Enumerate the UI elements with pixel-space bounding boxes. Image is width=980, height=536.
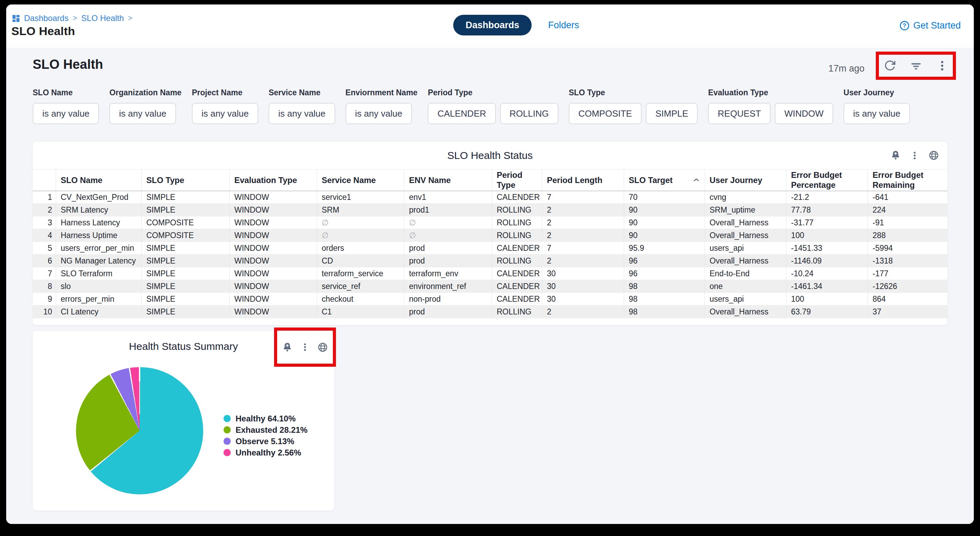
cell-slo-type: SIMPLE — [141, 204, 229, 216]
filter-chip-is-any-value[interactable]: is any value — [843, 103, 910, 124]
row-number: 2 — [33, 204, 56, 216]
row-number: 4 — [33, 229, 56, 242]
cell-eb-percentage: -31.77 — [786, 216, 867, 229]
get-started-link[interactable]: ? Get Started — [899, 20, 961, 31]
column-header-env-name[interactable]: ENV Name — [404, 170, 492, 191]
table-card-icons — [890, 150, 939, 161]
filter-label: Period Type — [428, 88, 558, 97]
cell-service-name: SRM — [317, 204, 404, 216]
cell-slo-type: SIMPLE — [141, 191, 229, 204]
breadcrumb-slo-health-link[interactable]: SLO Health — [81, 13, 124, 23]
filter-label: Evaluation Type — [708, 88, 833, 97]
cell-slo-type: SIMPLE — [141, 306, 229, 318]
filter-button[interactable] — [910, 59, 922, 72]
cell-slo-type: SIMPLE — [141, 280, 229, 293]
cell-slo-name: SLO Terraform — [56, 267, 141, 280]
row-number: 6 — [33, 255, 56, 267]
legend-item-exhausted[interactable]: Exhausted 28.21% — [224, 425, 307, 435]
filter-chip-is-any-value[interactable]: is any value — [33, 103, 99, 124]
tile-actions-button[interactable] — [300, 342, 310, 352]
filter-chip-is-any-value[interactable]: is any value — [192, 103, 258, 124]
column-header-slo-target[interactable]: SLO Target — [624, 170, 705, 191]
cell-period-type: CALENDER — [492, 280, 542, 293]
cell-evaluation-type: WINDOW — [229, 191, 317, 204]
tab-folders[interactable]: Folders — [548, 20, 579, 30]
kebab-menu-icon — [300, 342, 310, 352]
filter-chip-rolling[interactable]: ROLLING — [500, 103, 558, 124]
cell-slo-name: users_error_per_min — [56, 242, 141, 255]
cell-evaluation-type: WINDOW — [229, 216, 317, 229]
filter-chip-is-any-value[interactable]: is any value — [345, 103, 412, 124]
filter-chip-composite[interactable]: COMPOSITE — [569, 103, 642, 124]
column-header-evaluation-type[interactable]: Evaluation Type — [229, 170, 317, 191]
cell-period-type: CALENDER — [492, 242, 542, 255]
last-refresh-label: 17m ago — [828, 63, 864, 74]
cell-service-name: orders — [317, 242, 404, 255]
explore-globe-button[interactable] — [928, 150, 939, 161]
filter-chip-calender[interactable]: CALENDER — [428, 103, 496, 124]
filter-user-journey: User Journeyis any value — [843, 88, 910, 124]
globe-icon — [317, 342, 328, 353]
cell-slo-target: 98 — [624, 306, 705, 318]
column-header-period-type[interactable]: Period Type — [492, 170, 542, 191]
alerts-button[interactable] — [282, 342, 293, 353]
cell-slo-target: 90 — [624, 216, 705, 229]
cell-eb-remaining: 37 — [867, 306, 947, 318]
kebab-menu-icon — [910, 151, 920, 160]
column-header-service-name[interactable]: Service Name — [317, 170, 404, 191]
pie-chart — [76, 367, 203, 495]
cell-env-name: environment_ref — [404, 280, 492, 293]
filter-chip-is-any-value[interactable]: is any value — [269, 103, 335, 124]
column-header-user-journey[interactable]: User Journey — [705, 170, 786, 191]
filter-icon — [910, 59, 922, 72]
filter-chip-simple[interactable]: SIMPLE — [646, 103, 698, 124]
alerts-button[interactable] — [890, 150, 901, 161]
cell-period-type: CALENDER — [492, 267, 542, 280]
cell-eb-remaining: -91 — [867, 216, 947, 229]
cell-slo-type: COMPOSITE — [141, 229, 229, 242]
cell-eb-percentage: -10.24 — [786, 267, 867, 280]
cell-user-journey: Overall_Harness — [705, 229, 786, 242]
cell-user-journey: users_api — [705, 242, 786, 255]
explore-globe-button[interactable] — [317, 342, 328, 353]
cell-user-journey: SRM_uptime — [705, 204, 786, 216]
cell-period-type: CALENDER — [492, 293, 542, 306]
cell-env-name: ∅ — [404, 229, 492, 242]
column-header-period-length[interactable]: Period Length — [542, 170, 624, 191]
cell-slo-name: SRM Latency — [56, 204, 141, 216]
cell-user-journey: one — [705, 280, 786, 293]
top-header: Dashboards > SLO Health > SLO Health Das… — [6, 5, 974, 48]
filter-slo-name: SLO Nameis any value — [33, 88, 99, 124]
cell-slo-target: 98 — [624, 280, 705, 293]
legend-item-healthy[interactable]: Healthy 64.10% — [224, 413, 307, 423]
cell-service-name: C1 — [317, 306, 404, 318]
column-header-slo-name[interactable]: SLO Name — [56, 170, 141, 191]
column-header-error-budget-remaining[interactable]: Error Budget Remaining — [867, 170, 947, 191]
app-window: Dashboards > SLO Health > SLO Health Das… — [6, 5, 974, 524]
filter-chip-window[interactable]: WINDOW — [775, 103, 833, 124]
filter-chip-is-any-value[interactable]: is any value — [109, 103, 176, 124]
get-started-label: Get Started — [913, 20, 961, 31]
cell-period-type: CALENDER — [492, 191, 542, 204]
tab-dashboards[interactable]: Dashboards — [453, 15, 531, 35]
breadcrumb-dashboards-link[interactable]: Dashboards — [24, 13, 68, 23]
legend-item-observe[interactable]: Observe 5.13% — [224, 436, 307, 446]
legend-item-unhealthy[interactable]: Unhealthy 2.56% — [224, 448, 307, 458]
pie-legend: Healthy 64.10%Exhausted 28.21%Observe 5.… — [224, 413, 307, 458]
kebab-menu-icon — [936, 59, 948, 72]
refresh-button[interactable] — [884, 59, 896, 72]
cell-eb-percentage: -21.2 — [786, 191, 867, 204]
cell-user-journey: Overall_Harness — [705, 306, 786, 318]
column-header-slo-type[interactable]: SLO Type — [141, 170, 229, 191]
column-header-error-budget-percentage[interactable]: Error Budget Percentage — [786, 170, 867, 191]
filter-chip-request[interactable]: REQUEST — [708, 103, 771, 124]
tile-actions-button[interactable] — [910, 151, 920, 160]
breadcrumb-separator: > — [73, 14, 77, 23]
cell-env-name: prod — [404, 306, 492, 318]
screenshot-frame: Dashboards > SLO Health > SLO Health Das… — [0, 0, 980, 536]
dashboard-actions-button[interactable] — [936, 59, 948, 72]
cell-period-type: ROLLING — [492, 204, 542, 216]
legend-label: Observe 5.13% — [235, 437, 294, 446]
filter-label: Enviornment Name — [345, 88, 418, 97]
cell-eb-percentage: 77.78 — [786, 204, 867, 216]
